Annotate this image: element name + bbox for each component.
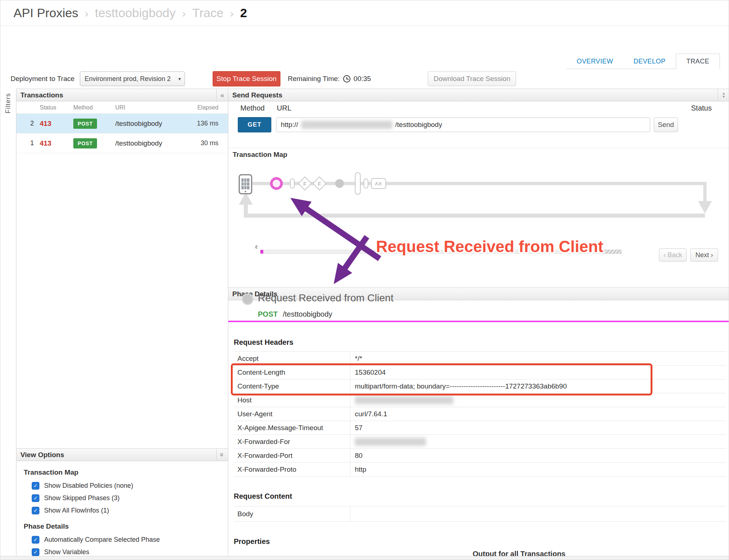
body-value [350,506,726,521]
annotation-text: Request Received from Client [376,237,604,256]
request-content-table: Body [234,506,726,522]
header-name: Accept [234,352,350,365]
phase-node[interactable] [335,179,344,188]
url-prefix: http:// [281,121,298,129]
collapse-left-icon[interactable]: « [216,89,228,101]
checkbox-auto-compare-phase[interactable]: ✓ Automatically Compare Selected Phase [24,533,228,546]
table-row: User-Agent curl/7.64.1 [234,407,726,421]
table-row: Host [234,393,726,407]
view-options-content: Transaction Map ✓ Show Disabled Policies… [16,461,228,560]
properties-title: Properties [234,537,270,546]
tx-elapsed: 30 ms [190,139,228,147]
checkbox-label: Show Skipped Phases (3) [44,494,120,502]
header-name: Content-Length [234,366,350,379]
checkbox-label: Show Disabled Policies (none) [44,482,133,490]
table-row: X-Forwarded-Port 80 [234,449,726,463]
header-value: http [350,463,726,476]
header-name: X-Forwarded-Port [234,449,350,462]
url-input[interactable]: http:// /testtoobigbody [276,117,650,132]
phase-path: /testtoobigbody [283,310,332,318]
header-value: */* [350,352,726,365]
stop-trace-session-button[interactable]: Stop Trace Session [213,71,280,86]
tab-develop[interactable]: DEVELOP [623,54,676,69]
main-tabs: OVERVIEW DEVELOP TRACE [566,54,720,69]
checkbox-show-disabled-policies[interactable]: ✓ Show Disabled Policies (none) [24,479,228,492]
table-row: Content-Length 15360204 [234,366,726,379]
view-options-header: View Options » [16,448,228,461]
tx-status: 413 [40,120,73,128]
phase-node-icon [242,293,253,305]
column-method: Method [73,104,115,111]
back-button[interactable]: ‹ Back [659,248,687,262]
proxy-endpoint-bar[interactable] [355,173,360,194]
timeline-selected-segment[interactable] [260,250,263,254]
tx-method: POST [73,138,115,148]
send-button[interactable]: Send [654,117,678,132]
header-value: curl/7.64.1 [350,407,726,421]
breadcrumb-separator: › [230,7,234,20]
header-value [350,393,726,407]
table-row: X-Forwarded-Proto http [234,463,726,476]
redacted-value [355,438,426,446]
breadcrumb-trace[interactable]: Trace [192,6,224,20]
request-content-title: Request Content [234,492,292,501]
tx-number: 1 [16,139,40,147]
phase-divider-line [228,321,729,322]
breadcrumb-proxy-name[interactable]: testtoobigbody [95,6,175,20]
header-value: 80 [350,449,726,462]
tab-overview[interactable]: OVERVIEW [566,54,623,69]
table-row: X-Forwarded-For [234,435,726,449]
transactions-panel: Transactions « Status Method URI Elapsed… [16,89,228,448]
flow-condition-label: F [318,181,321,187]
column-status: Status [40,104,73,111]
environment-select-value: Environment prod, Revision 2 [85,75,171,83]
bottom-scrollbar[interactable] [0,556,729,560]
next-button[interactable]: Next › [690,248,718,262]
method-get-button[interactable]: GET [238,117,271,132]
status-label: Status [691,104,712,112]
header-value: multipart/form-data; boundary=----------… [350,379,726,393]
redacted-value [355,396,453,404]
selected-phase-node[interactable] [271,178,282,189]
remaining-time: Remaining Time: 00:35 [288,69,371,89]
header-value [350,435,726,448]
flow-capsule-node[interactable] [290,179,294,188]
tx-uri: /testtoobigbody [115,120,190,128]
view-options-title: View Options [20,451,64,459]
header-name: X-Forwarded-For [234,435,350,448]
checkbox-show-all-flowinfos[interactable]: ✓ Show All FlowInfos (1) [24,504,228,517]
filters-sidebar: Filters [0,89,16,556]
redacted-host [301,121,392,129]
table-row[interactable]: 2 413 POST /testtoobigbody 136 ms [16,114,228,134]
request-headers-title: Request Headers [234,338,293,347]
caret-down-icon: ▾ [178,76,181,82]
remaining-time-label: Remaining Time: [288,75,340,83]
header-name: Content-Type [234,379,350,393]
tab-trace[interactable]: TRACE [676,54,720,69]
tx-status: 413 [40,139,73,147]
checkbox-checked-icon: ✓ [32,494,39,502]
tx-number: 2 [16,120,40,127]
section-phase-details: Phase Details [24,522,228,530]
collapse-down-icon[interactable]: » [216,449,228,461]
phase-method: POST [258,310,278,318]
table-row[interactable]: 1 413 POST /testtoobigbody 30 ms [16,134,228,153]
header-name: User-Agent [234,407,350,421]
header-name: X-Forwarded-Proto [234,463,350,476]
filters-tab[interactable]: Filters [4,93,12,113]
client-phone-icon [239,175,252,194]
breadcrumb-api-proxies[interactable]: API Proxies [13,6,78,20]
column-elapsed: Elapsed [190,104,228,111]
environment-select[interactable]: Environment prod, Revision 2 ▾ [80,72,185,86]
flow-capsule-node[interactable] [364,179,368,188]
send-requests-header: Send Requests ▲ ▼ [228,89,729,101]
expand-panel-icon[interactable]: ▲ ▼ [718,89,729,101]
table-row: Content-Type multipart/form-data; bounda… [234,379,726,393]
download-trace-session-button[interactable]: Download Trace Session [428,72,516,86]
table-row: Body [234,506,726,522]
breadcrumb-separator: › [182,7,186,20]
header-value: 57 [350,421,726,435]
phase-name: Request Received from Client [258,292,393,304]
checkbox-show-skipped-phases[interactable]: ✓ Show Skipped Phases (3) [24,492,228,504]
breadcrumb-separator: › [85,7,89,20]
